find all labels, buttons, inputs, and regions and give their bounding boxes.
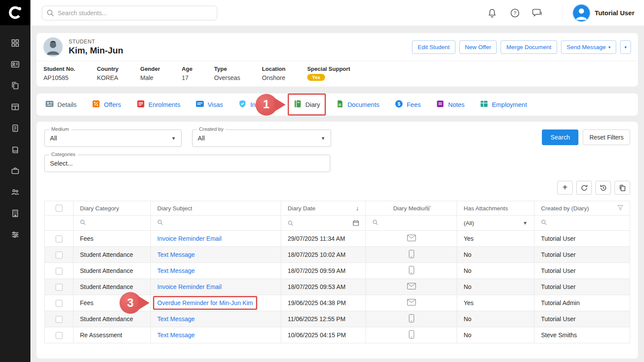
- search-icon: [372, 219, 378, 225]
- calendar-icon[interactable]: [353, 220, 359, 226]
- row-checkbox[interactable]: [56, 332, 63, 339]
- table-row: Student Attendance Text Message 18/07/20…: [45, 263, 630, 279]
- refresh-button[interactable]: [576, 181, 592, 195]
- copy-icon: [619, 184, 626, 192]
- date-filter-input[interactable]: [281, 216, 366, 231]
- medium-filter-input[interactable]: [366, 216, 457, 231]
- refresh-icon: [581, 184, 588, 192]
- diary-subject-link[interactable]: Text Message: [157, 316, 195, 322]
- row-checkbox[interactable]: [56, 236, 63, 242]
- row-checkbox[interactable]: [56, 316, 63, 323]
- invoices-icon[interactable]: [7, 123, 23, 133]
- has-attachments-cell: Yes: [457, 231, 534, 247]
- merge-document-button[interactable]: Merge Document: [501, 40, 557, 54]
- send-message-button[interactable]: Send Message▾: [561, 40, 616, 54]
- row-checkbox[interactable]: [56, 284, 63, 291]
- new-offer-button[interactable]: New Offer: [459, 40, 497, 54]
- tab-employment[interactable]: Employment: [480, 100, 527, 110]
- email-icon: [407, 283, 416, 289]
- col-diary-subject[interactable]: Diary Subject: [151, 201, 281, 216]
- table-row: Student Attendance Invoice Reminder Emai…: [45, 279, 630, 295]
- tab-details[interactable]: Details: [45, 100, 76, 110]
- col-diary-category[interactable]: Diary Category: [73, 201, 151, 216]
- email-icon: [407, 235, 416, 241]
- diary-subject-link[interactable]: Text Message: [157, 251, 195, 258]
- reports-icon[interactable]: [7, 102, 23, 112]
- info-gender: GenderMale: [140, 66, 160, 81]
- row-checkbox[interactable]: [56, 300, 63, 307]
- tab-documents[interactable]: Documents: [335, 100, 379, 110]
- filter-funnel-icon[interactable]: [425, 206, 431, 213]
- svg-text:$: $: [398, 101, 400, 106]
- table-row: Student Attendance Text Message 18/07/20…: [45, 247, 630, 263]
- diary-category-cell: Re Assessment: [73, 327, 151, 343]
- add-diary-button[interactable]: +: [557, 181, 573, 195]
- tab-notes[interactable]: Notes: [436, 100, 465, 110]
- diary-subject-link[interactable]: Text Message: [157, 332, 195, 339]
- row-checkbox[interactable]: [56, 268, 63, 275]
- diary-category-cell: Fees: [73, 231, 151, 247]
- created-by-cell: Tutorial User: [534, 263, 630, 279]
- col-diary-date[interactable]: Diary Date↓: [281, 201, 366, 216]
- diary-subject-link[interactable]: Invoice Reminder Email: [157, 283, 222, 290]
- employment-tab-icon: [480, 100, 488, 110]
- col-diary-medium[interactable]: Diary Medium: [366, 201, 457, 216]
- user-menu[interactable]: Tutorial User: [562, 5, 634, 21]
- categories-select[interactable]: Categories Select...: [44, 155, 330, 172]
- select-all-checkbox[interactable]: [56, 205, 63, 212]
- settings-icon[interactable]: [7, 230, 23, 239]
- services-icon[interactable]: [7, 166, 23, 176]
- tab-fees[interactable]: $ Fees: [395, 100, 421, 110]
- tab-enrolments[interactable]: Enrolments: [136, 100, 180, 110]
- filter-funnel-icon[interactable]: [617, 205, 623, 212]
- svg-text:?: ?: [513, 10, 516, 16]
- courses-icon[interactable]: [7, 145, 23, 154]
- visas-tab-icon: [196, 100, 204, 110]
- agents-icon[interactable]: [7, 187, 23, 197]
- organisation-icon[interactable]: [7, 209, 23, 218]
- created-by-cell: Tutorial User: [534, 311, 630, 327]
- app-logo[interactable]: [0, 0, 30, 25]
- phone-icon: [409, 266, 414, 274]
- more-actions-button[interactable]: ▾: [620, 40, 631, 54]
- tab-diary[interactable]: Diary 1: [293, 100, 320, 110]
- created-by-select[interactable]: Created by All ▼: [192, 130, 331, 147]
- subject-filter-input[interactable]: [151, 216, 281, 231]
- medium-select[interactable]: Medium All ▼: [44, 130, 182, 147]
- search-button[interactable]: Search: [542, 130, 578, 145]
- diary-category-cell: Student Attendance: [73, 247, 151, 263]
- reset-filters-button[interactable]: Reset Filters: [583, 130, 630, 145]
- tab-visas[interactable]: Visas: [196, 100, 223, 110]
- help-icon[interactable]: ?: [509, 7, 521, 19]
- export-button[interactable]: [614, 181, 630, 195]
- tab-insurance[interactable]: Insurance: [238, 100, 278, 110]
- col-created-by[interactable]: Created by (Diary): [534, 201, 630, 216]
- attachments-filter-select[interactable]: (All)▼: [457, 216, 534, 231]
- chevron-down-icon: ▾: [624, 45, 627, 50]
- diary-date-cell: 18/07/2025 10:02 AM: [281, 247, 366, 263]
- diary-category-cell: Student Attendance: [73, 279, 151, 295]
- history-button[interactable]: [595, 181, 611, 195]
- diary-subject-link[interactable]: Overdue Reminder for Min-Jun Kim: [157, 299, 253, 306]
- edit-student-button[interactable]: Edit Student: [412, 40, 455, 54]
- documents-tab-icon: [335, 100, 344, 110]
- createdby-filter-input[interactable]: [534, 216, 630, 231]
- info-type: TypeOverseas: [214, 66, 240, 81]
- search-input[interactable]: [42, 6, 217, 20]
- topbar: ? Tutorial User: [30, 0, 644, 26]
- diary-subject-link[interactable]: Text Message: [157, 267, 195, 274]
- students-icon[interactable]: [7, 60, 23, 69]
- email-icon: [407, 299, 416, 306]
- has-attachments-cell: No: [457, 311, 534, 327]
- documents-icon[interactable]: [7, 81, 23, 90]
- tab-offers[interactable]: Offers: [92, 100, 121, 110]
- chevron-down-icon: ▼: [321, 136, 325, 141]
- chat-icon[interactable]: [532, 7, 543, 19]
- row-checkbox[interactable]: [56, 252, 63, 259]
- dashboard-icon[interactable]: [7, 38, 23, 48]
- category-filter-input[interactable]: [73, 216, 151, 231]
- plus-icon: +: [562, 183, 568, 192]
- col-has-attachments[interactable]: Has Attachments: [457, 201, 534, 216]
- notifications-icon[interactable]: [487, 7, 498, 19]
- diary-subject-link[interactable]: Invoice Reminder Email: [157, 235, 222, 242]
